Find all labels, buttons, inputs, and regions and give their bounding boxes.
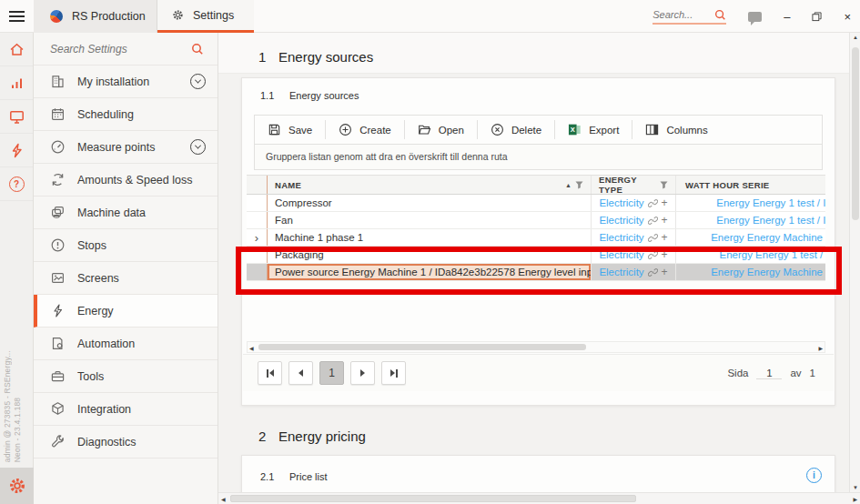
chevron-down-icon[interactable]	[190, 74, 206, 89]
table-row-selected[interactable]: Power source Energy Machine 1 / IDa842e3…	[247, 264, 825, 281]
energy-type-link[interactable]: Electricity	[599, 197, 643, 208]
filter-icon[interactable]	[660, 181, 668, 189]
home-icon[interactable]	[0, 33, 33, 66]
scrollbar-thumb[interactable]	[258, 344, 586, 350]
add-icon[interactable]: +	[662, 248, 668, 261]
sidebar-item-measure-points[interactable]: Measure points	[34, 131, 218, 164]
sidebar-item-amounts-speed-loss[interactable]: Amounts & Speed loss	[34, 164, 218, 197]
table-row[interactable]: Fan Electricity + Energy Energy 1 test /…	[247, 212, 825, 229]
watt-hour-serie-link[interactable]: Energy Energy Machine 1 / IDa84	[711, 232, 825, 243]
add-icon[interactable]: +	[662, 231, 668, 244]
tab-rs-production[interactable]: RS Production	[34, 0, 157, 33]
watt-hour-serie-link[interactable]: Energy Energy Machine 1 / IDa84	[711, 267, 825, 277]
table-row[interactable]: Packaging Electricity + Energy Energy 1 …	[247, 247, 825, 264]
lightning-icon	[50, 303, 66, 318]
sidebar-item-machine-data[interactable]: Machine data	[34, 197, 218, 229]
chevron-down-icon[interactable]	[190, 139, 206, 155]
row-name-cell[interactable]: Compressor	[267, 195, 591, 211]
scrollbar-thumb[interactable]	[852, 47, 859, 220]
scroll-up-icon[interactable]: ▲	[853, 35, 858, 40]
scrollbar-thumb[interactable]	[230, 495, 636, 502]
sort-asc-icon[interactable]: ▲	[565, 182, 572, 188]
column-header-watt-hour-serie[interactable]: WATT HOUR SERIE	[675, 176, 825, 194]
sidebar-item-diagnostics[interactable]: Diagnostics	[34, 426, 218, 459]
energy-type-link[interactable]: Electricity	[599, 249, 643, 260]
previous-page-button[interactable]	[288, 361, 313, 385]
global-search[interactable]	[653, 9, 726, 25]
link-icon[interactable]	[648, 250, 658, 260]
link-icon[interactable]	[648, 267, 658, 277]
sidebar-item-integration[interactable]: Integration	[34, 393, 218, 426]
group-by-drop-zone[interactable]: Gruppera listan genom att dra en överskr…	[254, 145, 823, 170]
first-page-button[interactable]	[258, 361, 282, 385]
restore-button[interactable]	[812, 12, 822, 22]
monitor-icon[interactable]	[0, 100, 33, 134]
table-horizontal-scrollbar[interactable]: ◀ ▶	[247, 341, 825, 353]
minimize-button[interactable]: –	[784, 11, 790, 23]
table-header-row: NAME ▲ ENERGY TYPE WATT HOUR SERIE	[247, 175, 825, 195]
column-header-energy-type[interactable]: ENERGY TYPE	[591, 176, 675, 194]
row-expander-cell[interactable]: ›	[247, 229, 267, 246]
last-page-button[interactable]	[381, 361, 406, 385]
columns-button[interactable]: Columns	[632, 116, 720, 144]
scroll-down-icon[interactable]: ▼	[853, 485, 858, 490]
table-row[interactable]: Compressor Electricity + Energy Energy 1…	[247, 195, 825, 212]
scroll-left-icon[interactable]: ◀	[249, 345, 254, 351]
sidebar-item-automation[interactable]: Automation	[34, 328, 218, 360]
energy-type-link[interactable]: Electricity	[599, 215, 643, 226]
settings-gear-icon[interactable]	[0, 468, 34, 504]
sidebar-item-tools[interactable]: Tools	[34, 360, 218, 393]
filter-icon[interactable]	[575, 181, 583, 189]
sidebar-item-stops[interactable]: Stops	[34, 229, 218, 262]
search-icon[interactable]	[191, 43, 204, 55]
sidebar-item-energy[interactable]: Energy	[34, 295, 218, 328]
link-icon[interactable]	[648, 216, 658, 226]
link-icon[interactable]	[648, 233, 658, 243]
link-icon[interactable]	[648, 198, 658, 208]
search-icon[interactable]	[714, 9, 726, 21]
open-button[interactable]: Open	[405, 116, 477, 144]
energy-type-link[interactable]: Electricity	[599, 267, 643, 277]
add-icon[interactable]: +	[662, 266, 668, 278]
energy-type-link[interactable]: Electricity	[599, 232, 643, 243]
global-search-input[interactable]	[653, 9, 709, 20]
feedback-chat-icon[interactable]	[748, 12, 762, 22]
row-name-cell-focused[interactable]: Power source Energy Machine 1 / IDa842e3…	[267, 264, 591, 280]
sidebar-item-screens[interactable]: Screens	[34, 262, 218, 295]
bar-chart-icon[interactable]	[0, 66, 33, 100]
watt-hour-serie-link[interactable]: Energy Energy 1 test / IDa842e	[716, 215, 825, 226]
export-button[interactable]: X Export	[555, 116, 632, 144]
row-name-cell[interactable]: Machine 1 phase 1	[267, 229, 591, 246]
hamburger-menu-icon[interactable]	[9, 11, 25, 22]
info-icon[interactable]: i	[806, 468, 822, 483]
column-header-name[interactable]: NAME ▲	[267, 176, 591, 194]
watt-hour-serie-link[interactable]: Energy Energy 1 test / IDa842	[719, 249, 825, 260]
current-page-button[interactable]: 1	[319, 361, 344, 385]
watt-hour-serie-link[interactable]: Energy Energy 1 test / IDa842e	[716, 197, 825, 208]
next-page-button[interactable]	[350, 361, 375, 385]
add-icon[interactable]: +	[662, 197, 668, 209]
sidebar-search-input[interactable]	[50, 43, 168, 55]
scroll-left-icon[interactable]: ◀	[221, 496, 226, 502]
table-row[interactable]: › Machine 1 phase 1 Electricity + Energy…	[247, 229, 825, 247]
sidebar-search[interactable]	[34, 33, 218, 66]
expand-chevron-icon[interactable]: ›	[255, 231, 258, 245]
app-window: RS Production Settings – ×	[0, 0, 860, 504]
lightning-icon[interactable]	[0, 134, 33, 167]
row-name-cell[interactable]: Packaging	[267, 247, 591, 263]
scroll-right-icon[interactable]: ▶	[853, 496, 857, 502]
tab-settings[interactable]: Settings	[157, 0, 254, 33]
page-horizontal-scrollbar[interactable]: ◀ ▶	[218, 492, 860, 504]
row-name-cell[interactable]: Fan	[267, 212, 591, 228]
vertical-scrollbar[interactable]: ▲ ▼	[849, 33, 860, 492]
close-button[interactable]: ×	[844, 11, 851, 23]
add-icon[interactable]: +	[662, 214, 668, 227]
delete-button[interactable]: Delete	[478, 116, 554, 144]
create-button[interactable]: Create	[326, 116, 404, 144]
scroll-right-icon[interactable]: ▶	[818, 345, 823, 351]
page-number-input[interactable]	[756, 368, 782, 379]
help-icon[interactable]: ?	[0, 167, 33, 201]
sidebar-item-scheduling[interactable]: Scheduling	[34, 98, 218, 131]
sidebar-item-my-installation[interactable]: My installation	[34, 66, 218, 98]
save-button[interactable]: Save	[255, 116, 325, 144]
